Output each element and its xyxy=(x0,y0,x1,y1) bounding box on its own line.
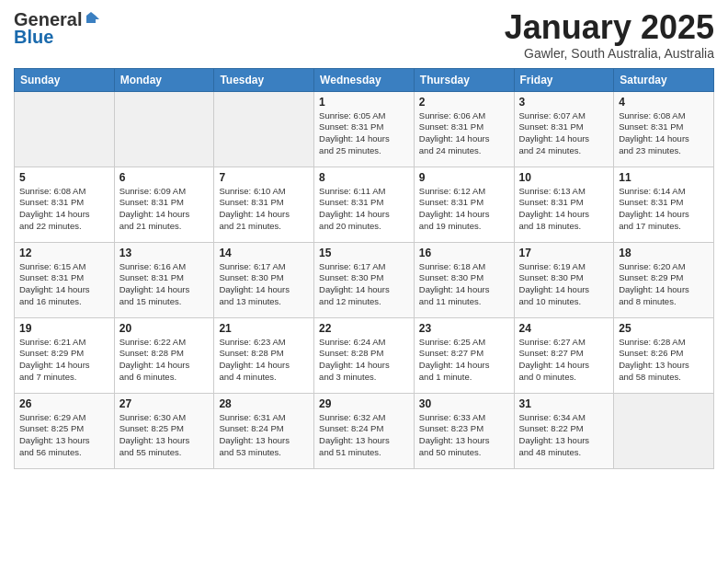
day-info: Sunrise: 6:11 AM Sunset: 8:31 PM Dayligh… xyxy=(319,186,409,233)
day-info: Sunrise: 6:27 AM Sunset: 8:27 PM Dayligh… xyxy=(519,337,609,384)
day-cell xyxy=(15,91,115,167)
day-cell: 29Sunrise: 6:32 AM Sunset: 8:24 PM Dayli… xyxy=(314,393,415,468)
day-info: Sunrise: 6:20 AM Sunset: 8:29 PM Dayligh… xyxy=(619,261,709,308)
day-info: Sunrise: 6:34 AM Sunset: 8:22 PM Dayligh… xyxy=(519,412,609,459)
day-number: 25 xyxy=(619,322,709,335)
day-number: 10 xyxy=(519,171,609,184)
day-number: 12 xyxy=(19,247,109,259)
day-cell: 5Sunrise: 6:08 AM Sunset: 8:31 PM Daylig… xyxy=(15,167,115,242)
day-info: Sunrise: 6:24 AM Sunset: 8:28 PM Dayligh… xyxy=(319,337,409,384)
day-info: Sunrise: 6:22 AM Sunset: 8:28 PM Dayligh… xyxy=(119,337,210,384)
logo-icon xyxy=(83,10,99,27)
day-cell: 30Sunrise: 6:33 AM Sunset: 8:23 PM Dayli… xyxy=(414,393,514,468)
day-cell: 6Sunrise: 6:09 AM Sunset: 8:31 PM Daylig… xyxy=(114,167,214,242)
day-cell: 10Sunrise: 6:13 AM Sunset: 8:31 PM Dayli… xyxy=(514,167,614,242)
day-cell xyxy=(214,91,314,167)
day-cell: 2Sunrise: 6:06 AM Sunset: 8:31 PM Daylig… xyxy=(414,91,514,167)
day-cell xyxy=(614,393,714,468)
day-number: 11 xyxy=(619,171,709,184)
day-cell: 8Sunrise: 6:11 AM Sunset: 8:31 PM Daylig… xyxy=(314,167,415,242)
logo-blue: Blue xyxy=(14,27,53,48)
col-sunday: Sunday xyxy=(15,68,115,91)
day-number: 26 xyxy=(19,397,109,410)
week-row-1: 1Sunrise: 6:05 AM Sunset: 8:31 PM Daylig… xyxy=(15,91,714,167)
day-cell: 13Sunrise: 6:16 AM Sunset: 8:31 PM Dayli… xyxy=(114,242,214,317)
month-title: January 2025 xyxy=(505,9,714,46)
day-cell: 7Sunrise: 6:10 AM Sunset: 8:31 PM Daylig… xyxy=(214,167,314,242)
location-title: Gawler, South Australia, Australia xyxy=(505,46,714,61)
day-info: Sunrise: 6:17 AM Sunset: 8:30 PM Dayligh… xyxy=(319,261,409,308)
day-number: 6 xyxy=(119,171,210,184)
page: General Blue January 2025 Gawler, South … xyxy=(0,0,728,563)
day-number: 31 xyxy=(519,397,609,410)
calendar-table: Sunday Monday Tuesday Wednesday Thursday… xyxy=(14,68,714,469)
day-cell: 18Sunrise: 6:20 AM Sunset: 8:29 PM Dayli… xyxy=(614,242,714,317)
day-number: 7 xyxy=(219,171,309,184)
week-row-2: 5Sunrise: 6:08 AM Sunset: 8:31 PM Daylig… xyxy=(15,167,714,242)
svg-marker-0 xyxy=(86,12,96,23)
svg-marker-1 xyxy=(96,16,99,19)
day-info: Sunrise: 6:06 AM Sunset: 8:31 PM Dayligh… xyxy=(419,110,509,157)
day-cell: 14Sunrise: 6:17 AM Sunset: 8:30 PM Dayli… xyxy=(214,242,314,317)
day-number: 1 xyxy=(319,96,409,109)
day-number: 5 xyxy=(19,171,109,184)
day-cell: 1Sunrise: 6:05 AM Sunset: 8:31 PM Daylig… xyxy=(314,91,415,167)
day-number: 18 xyxy=(619,247,709,259)
day-cell: 9Sunrise: 6:12 AM Sunset: 8:31 PM Daylig… xyxy=(414,167,514,242)
day-info: Sunrise: 6:28 AM Sunset: 8:26 PM Dayligh… xyxy=(619,337,709,384)
day-info: Sunrise: 6:13 AM Sunset: 8:31 PM Dayligh… xyxy=(519,186,609,233)
day-info: Sunrise: 6:12 AM Sunset: 8:31 PM Dayligh… xyxy=(419,186,509,233)
day-cell: 25Sunrise: 6:28 AM Sunset: 8:26 PM Dayli… xyxy=(614,317,714,393)
day-cell: 26Sunrise: 6:29 AM Sunset: 8:25 PM Dayli… xyxy=(15,393,115,468)
week-row-5: 26Sunrise: 6:29 AM Sunset: 8:25 PM Dayli… xyxy=(15,393,714,468)
col-wednesday: Wednesday xyxy=(314,68,415,91)
day-info: Sunrise: 6:07 AM Sunset: 8:31 PM Dayligh… xyxy=(519,110,609,157)
day-number: 8 xyxy=(319,171,409,184)
header-row: Sunday Monday Tuesday Wednesday Thursday… xyxy=(15,68,714,91)
day-number: 4 xyxy=(619,96,709,109)
day-info: Sunrise: 6:19 AM Sunset: 8:30 PM Dayligh… xyxy=(519,261,609,308)
day-info: Sunrise: 6:33 AM Sunset: 8:23 PM Dayligh… xyxy=(419,412,509,459)
col-tuesday: Tuesday xyxy=(214,68,314,91)
col-monday: Monday xyxy=(114,68,214,91)
day-number: 30 xyxy=(419,397,509,410)
day-cell: 24Sunrise: 6:27 AM Sunset: 8:27 PM Dayli… xyxy=(514,317,614,393)
day-number: 17 xyxy=(519,247,609,259)
day-info: Sunrise: 6:17 AM Sunset: 8:30 PM Dayligh… xyxy=(219,261,309,308)
day-info: Sunrise: 6:32 AM Sunset: 8:24 PM Dayligh… xyxy=(319,412,409,459)
day-cell: 27Sunrise: 6:30 AM Sunset: 8:25 PM Dayli… xyxy=(114,393,214,468)
day-info: Sunrise: 6:05 AM Sunset: 8:31 PM Dayligh… xyxy=(319,110,409,157)
day-info: Sunrise: 6:30 AM Sunset: 8:25 PM Dayligh… xyxy=(119,412,210,459)
day-cell: 28Sunrise: 6:31 AM Sunset: 8:24 PM Dayli… xyxy=(214,393,314,468)
day-number: 14 xyxy=(219,247,309,259)
day-cell: 17Sunrise: 6:19 AM Sunset: 8:30 PM Dayli… xyxy=(514,242,614,317)
day-cell: 20Sunrise: 6:22 AM Sunset: 8:28 PM Dayli… xyxy=(114,317,214,393)
day-number: 2 xyxy=(419,96,509,109)
col-saturday: Saturday xyxy=(614,68,714,91)
day-info: Sunrise: 6:14 AM Sunset: 8:31 PM Dayligh… xyxy=(619,186,709,233)
day-cell: 22Sunrise: 6:24 AM Sunset: 8:28 PM Dayli… xyxy=(314,317,415,393)
day-info: Sunrise: 6:31 AM Sunset: 8:24 PM Dayligh… xyxy=(219,412,309,459)
day-info: Sunrise: 6:21 AM Sunset: 8:29 PM Dayligh… xyxy=(19,337,109,384)
week-row-4: 19Sunrise: 6:21 AM Sunset: 8:29 PM Dayli… xyxy=(15,317,714,393)
day-info: Sunrise: 6:15 AM Sunset: 8:31 PM Dayligh… xyxy=(19,261,109,308)
day-number: 16 xyxy=(419,247,509,259)
header: General Blue January 2025 Gawler, South … xyxy=(14,9,714,61)
day-cell: 19Sunrise: 6:21 AM Sunset: 8:29 PM Dayli… xyxy=(15,317,115,393)
col-thursday: Thursday xyxy=(414,68,514,91)
day-number: 22 xyxy=(319,322,409,335)
day-info: Sunrise: 6:10 AM Sunset: 8:31 PM Dayligh… xyxy=(219,186,309,233)
week-row-3: 12Sunrise: 6:15 AM Sunset: 8:31 PM Dayli… xyxy=(15,242,714,317)
day-number: 28 xyxy=(219,397,309,410)
day-number: 29 xyxy=(319,397,409,410)
logo: General Blue xyxy=(14,9,99,48)
day-info: Sunrise: 6:09 AM Sunset: 8:31 PM Dayligh… xyxy=(119,186,210,233)
day-number: 13 xyxy=(119,247,210,259)
day-cell: 23Sunrise: 6:25 AM Sunset: 8:27 PM Dayli… xyxy=(414,317,514,393)
day-info: Sunrise: 6:08 AM Sunset: 8:31 PM Dayligh… xyxy=(619,110,709,157)
day-cell: 3Sunrise: 6:07 AM Sunset: 8:31 PM Daylig… xyxy=(514,91,614,167)
day-cell: 15Sunrise: 6:17 AM Sunset: 8:30 PM Dayli… xyxy=(314,242,415,317)
day-info: Sunrise: 6:18 AM Sunset: 8:30 PM Dayligh… xyxy=(419,261,509,308)
day-cell: 11Sunrise: 6:14 AM Sunset: 8:31 PM Dayli… xyxy=(614,167,714,242)
day-number: 9 xyxy=(419,171,509,184)
